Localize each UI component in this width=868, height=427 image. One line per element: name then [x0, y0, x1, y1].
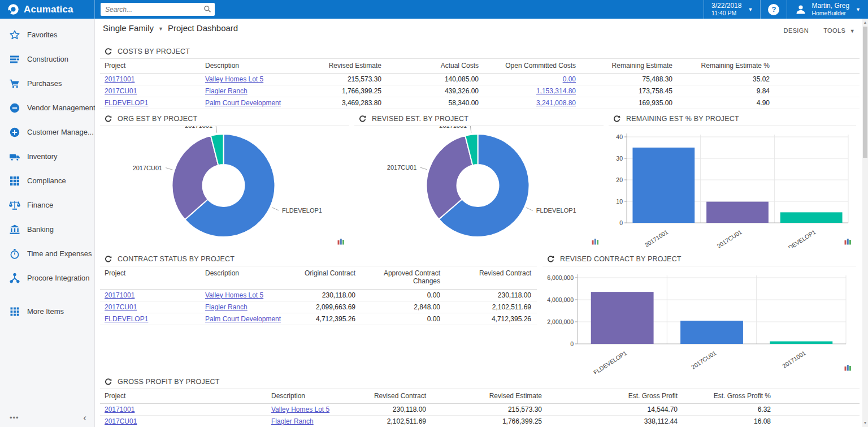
- sidebar-item-vendor-management[interactable]: Vendor Management: [0, 96, 94, 120]
- table-cell: Valley Homes Lot 5: [267, 404, 360, 416]
- sidebar-item-customer-manage[interactable]: Customer Manage...: [0, 120, 94, 144]
- refresh-icon[interactable]: [100, 115, 116, 123]
- table-cell: 230,118.00: [360, 404, 431, 416]
- sidebar-item-time-and-expenses[interactable]: Time and Expenses: [0, 241, 94, 266]
- column-header[interactable]: Approved Contract Changes: [360, 266, 445, 289]
- sidebar-item-compliance[interactable]: Compliance: [0, 169, 94, 193]
- help-button[interactable]: ?: [760, 0, 787, 19]
- chart-type-icon[interactable]: [844, 364, 852, 371]
- widget-title: COSTS BY PROJECT: [118, 48, 190, 55]
- column-header[interactable]: Est. Gross Profit: [546, 389, 682, 404]
- column-header[interactable]: Description: [201, 266, 298, 289]
- widget-title: GROSS PROFIT BY PROJECT: [118, 378, 220, 386]
- refresh-icon[interactable]: [100, 48, 116, 55]
- value-link[interactable]: 3,241,008.80: [536, 99, 576, 107]
- search-icon[interactable]: [203, 5, 211, 15]
- column-header[interactable]: Original Contract: [298, 266, 360, 289]
- column-header[interactable]: Description: [201, 59, 298, 74]
- column-header[interactable]: Remaining Estimate: [580, 59, 677, 74]
- tools-button[interactable]: TOOLS ▼: [823, 27, 855, 34]
- logo-text: Acumatica: [24, 4, 73, 15]
- description-link[interactable]: Flagler Ranch: [205, 303, 248, 311]
- column-header[interactable]: Revised Contract: [360, 389, 431, 404]
- sidebar-item-label: Inventory: [27, 152, 57, 161]
- collapse-sidebar-icon[interactable]: ‹: [83, 412, 86, 424]
- project-link[interactable]: FLDEVELOP1: [105, 315, 148, 323]
- column-header[interactable]: Revised Estimate: [431, 389, 546, 404]
- bar-20171001[interactable]: [770, 342, 832, 344]
- description-link[interactable]: Flagler Ranch: [271, 417, 314, 425]
- project-link[interactable]: 2017CU01: [105, 303, 137, 311]
- table-cell: 2,099,663.69: [298, 301, 360, 313]
- table-cell: 2,848.00: [360, 301, 445, 313]
- column-header[interactable]: Project: [100, 389, 267, 404]
- bar-20171001[interactable]: [632, 148, 695, 223]
- refresh-icon[interactable]: [609, 115, 624, 123]
- business-time: 11:40 PM: [711, 10, 741, 17]
- description-link[interactable]: Valley Homes Lot 5: [271, 406, 329, 413]
- bar-FLDEVELOP1[interactable]: [780, 212, 843, 223]
- column-header[interactable]: Revised Estimate: [298, 59, 386, 74]
- column-header[interactable]: Open Committed Costs: [483, 59, 580, 74]
- column-header[interactable]: Project: [100, 266, 201, 289]
- sidebar-item-inventory[interactable]: Inventory: [0, 144, 94, 169]
- scrollbar-thumb[interactable]: [863, 27, 867, 158]
- bar-2017CU01[interactable]: [706, 202, 769, 223]
- chart-type-icon[interactable]: [592, 238, 599, 245]
- sidebar-item-label: Customer Manage...: [27, 128, 94, 136]
- sidebar-item-construction[interactable]: Construction: [0, 47, 94, 71]
- project-link[interactable]: 20171001: [105, 75, 134, 83]
- search-input[interactable]: [101, 3, 215, 16]
- user-menu[interactable]: Martin, Greg HomeBuilder ▼: [787, 0, 868, 19]
- project-link[interactable]: FLDEVELOP1: [105, 99, 148, 107]
- chart-type-icon[interactable]: [337, 238, 345, 245]
- ellipsis-icon[interactable]: •••: [10, 413, 19, 422]
- y-tick-label: 2,000,000: [547, 318, 574, 325]
- description-link[interactable]: Palm Court Development: [205, 99, 281, 107]
- sidebar-item-purchases[interactable]: Purchases: [0, 71, 94, 96]
- project-link[interactable]: 2017CU01: [105, 87, 137, 95]
- x-category-label: FLDEVELOP1: [592, 350, 628, 374]
- table-row: 2017CU01Flagler Ranch2,102,511.691,766,3…: [100, 416, 860, 427]
- value-link[interactable]: 1,153,314.80: [536, 87, 576, 95]
- project-link[interactable]: 20171001: [105, 291, 134, 299]
- sidebar-item-finance[interactable]: Finance: [0, 193, 94, 217]
- column-header[interactable]: Description: [267, 389, 360, 404]
- donut-label: 20171001: [439, 126, 467, 129]
- table-cell: FLDEVELOP1: [100, 97, 201, 109]
- column-header[interactable]: Est. Gross Profit %: [682, 389, 775, 404]
- description-link[interactable]: Flagler Ranch: [205, 87, 248, 95]
- project-link[interactable]: 2017CU01: [105, 417, 137, 425]
- scroll-up-arrow[interactable]: ▲: [862, 19, 868, 26]
- value-link[interactable]: 0.00: [563, 75, 576, 83]
- column-header[interactable]: Actual Costs: [386, 59, 483, 74]
- sidebar-item-banking[interactable]: Banking: [0, 217, 94, 241]
- business-date-selector[interactable]: 3/22/2018 11:40 PM ▼: [704, 0, 760, 19]
- column-header[interactable]: Remaining Estimate %: [677, 59, 774, 74]
- column-header[interactable]: Project: [100, 59, 201, 74]
- sidebar-item-favorites[interactable]: Favorites: [0, 23, 94, 47]
- scroll-down-arrow[interactable]: ▼: [862, 420, 868, 426]
- bar-2017CU01[interactable]: [680, 321, 743, 344]
- bar-FLDEVELOP1[interactable]: [591, 292, 654, 344]
- chart-type-icon[interactable]: [844, 238, 852, 245]
- acumatica-logo[interactable]: Acumatica: [0, 0, 95, 19]
- refresh-icon[interactable]: [354, 115, 370, 123]
- workspace-selector[interactable]: Single Family: [103, 23, 154, 33]
- table-cell: 58,340.00: [386, 97, 483, 109]
- table-cell: 3,469,283.80: [298, 97, 386, 109]
- description-link[interactable]: Valley Homes Lot 5: [205, 291, 263, 299]
- project-link[interactable]: 20171001: [105, 406, 134, 413]
- design-button[interactable]: DESIGN: [784, 27, 809, 34]
- refresh-icon[interactable]: [542, 256, 558, 263]
- refresh-icon[interactable]: [100, 256, 116, 263]
- sidebar-item-procore-integration[interactable]: Procore Integration: [0, 266, 94, 290]
- description-link[interactable]: Palm Court Development: [205, 315, 281, 323]
- sidebar-item-more-items[interactable]: More Items: [0, 299, 94, 324]
- refresh-icon[interactable]: [100, 378, 116, 386]
- table-cell: Palm Court Development: [201, 313, 298, 325]
- y-tick-label: 4,000,000: [547, 296, 574, 303]
- column-header[interactable]: Revised Contract: [445, 266, 536, 289]
- table-cell-filler: [774, 97, 860, 109]
- description-link[interactable]: Valley Homes Lot 5: [205, 75, 263, 83]
